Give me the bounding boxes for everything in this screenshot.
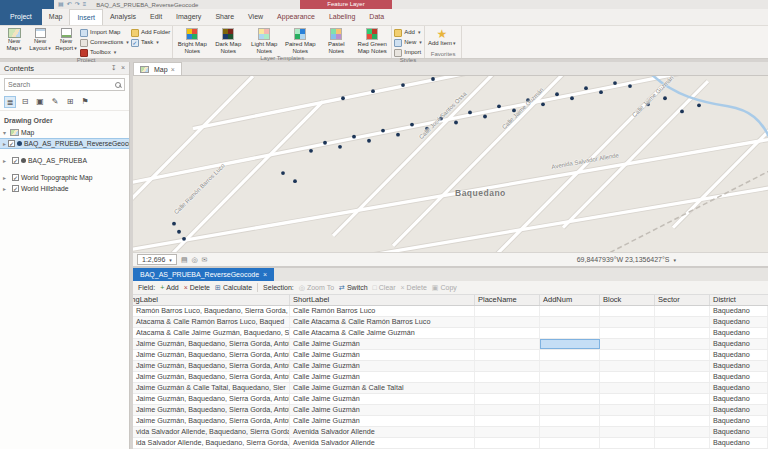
table-cell[interactable] [655, 416, 710, 426]
table-cell[interactable] [655, 438, 710, 448]
tab-appearance[interactable]: Appearance [270, 9, 322, 25]
search-icon[interactable] [115, 82, 121, 88]
table-cell[interactable]: Baquedano [710, 350, 768, 360]
close-icon[interactable]: × [121, 64, 125, 72]
tab-map[interactable]: Map [42, 9, 70, 25]
tab-view[interactable]: View [241, 9, 270, 25]
layer-item-map[interactable]: ▾ Map [0, 127, 129, 138]
table-cell[interactable] [655, 372, 710, 382]
list-by-data-source-icon[interactable]: ⊟ [19, 96, 31, 108]
tab-data[interactable]: Data [362, 9, 391, 25]
notification-icon[interactable]: ✉ [202, 254, 208, 265]
map-view-tab[interactable]: Map × [133, 62, 182, 75]
new-map-button[interactable]: New Map▾ [2, 27, 26, 52]
light-map-notes-button[interactable]: Light Map Notes [247, 27, 281, 55]
pastel-notes-button[interactable]: Pastel Notes [319, 27, 353, 55]
table-cell[interactable] [540, 350, 600, 360]
table-cell[interactable]: Jaime Guzmán, Baquedano, Sierra Gorda, A… [133, 394, 290, 404]
table-row[interactable]: Atacama & Calle Ramón Barros Luco, Baque… [133, 317, 768, 328]
map-canvas[interactable]: Calle José Santos Ossa Calle Jaime Guzmá… [133, 76, 768, 252]
table-row[interactable]: Jaime Guzmán, Baquedano, Sierra Gorda, A… [133, 350, 768, 361]
table-cell[interactable] [475, 306, 540, 316]
table-cell[interactable] [475, 394, 540, 404]
column-header-block[interactable]: Block [600, 295, 655, 305]
table-cell[interactable]: Baquedano [710, 361, 768, 371]
table-row[interactable]: ida Salvador Allende, Baquedano, Sierra … [133, 438, 768, 449]
column-header-shortlabel[interactable]: ShortLabel [290, 295, 475, 305]
table-cell[interactable] [475, 416, 540, 426]
table-cell[interactable] [540, 438, 600, 448]
paired-map-notes-button[interactable]: Paired Map Notes [283, 27, 317, 55]
table-cell[interactable]: Jaime Guzmán, Baquedano, Sierra Gorda, A… [133, 361, 290, 371]
table-cell[interactable] [655, 328, 710, 338]
column-header-placename[interactable]: PlaceName [475, 295, 540, 305]
table-cell[interactable]: Calle Jaime Guzmán [290, 361, 475, 371]
table-cell[interactable] [600, 317, 655, 327]
search-input[interactable] [8, 81, 115, 88]
table-cell[interactable] [475, 427, 540, 437]
table-cell[interactable]: Atacama & Calle Jaime Guzmán, Baquedano,… [133, 328, 290, 338]
table-row[interactable]: Jaime Guzmán, Baquedano, Sierra Gorda, A… [133, 339, 768, 350]
table-cell[interactable] [600, 328, 655, 338]
table-cell[interactable] [475, 383, 540, 393]
table-cell[interactable] [600, 339, 655, 349]
table-cell[interactable] [655, 339, 710, 349]
table-cell[interactable]: Jaime Guzmán, Baquedano, Sierra Gorda, A… [133, 416, 290, 426]
field-calculate-button[interactable]: ⊞Calculate [215, 284, 252, 292]
menu-icon[interactable]: ≡ [83, 0, 87, 9]
bright-map-notes-button[interactable]: Bright Map Notes [175, 27, 209, 55]
table-cell[interactable]: Baquedano [710, 372, 768, 382]
table-cell[interactable]: Calle Ramón Barros Luco [290, 306, 475, 316]
table-cell[interactable]: Calle Jaime Guzmán [290, 350, 475, 360]
tab-labeling[interactable]: Labeling [322, 9, 362, 25]
red-green-map-notes-button[interactable]: Red Green Map Notes [355, 27, 389, 55]
styles-import-button[interactable]: Import [394, 48, 422, 57]
layer-item-reversegeocode[interactable]: ▸ ✓ BAQ_AS_PRUEBA_ReverseGeocode [0, 138, 129, 149]
layer-checkbox[interactable]: ✓ [12, 174, 19, 181]
table-row[interactable]: Ramón Barros Luco, Baquedano, Sierra Gor… [133, 306, 768, 317]
tab-insert[interactable]: Insert [69, 9, 103, 25]
table-cell[interactable]: Jaime Guzmán, Baquedano, Sierra Gorda, A… [133, 405, 290, 415]
table-cell[interactable] [600, 394, 655, 404]
table-cell[interactable] [540, 394, 600, 404]
list-by-drawing-order-icon[interactable]: ≣ [4, 96, 16, 108]
layer-item-world-topographic[interactable]: ▸ ✓ World Topographic Map [0, 172, 129, 183]
table-cell[interactable] [540, 427, 600, 437]
table-cell[interactable]: Calle Jaime Guzmán [290, 405, 475, 415]
basemap-icon[interactable]: ▤ [181, 254, 188, 265]
table-row[interactable]: vida Salvador Allende, Baquedano, Sierra… [133, 427, 768, 438]
list-by-labeling-icon[interactable]: ⚑ [79, 96, 91, 108]
field-add-button[interactable]: +Add [160, 284, 179, 291]
table-cell[interactable]: Baquedano [710, 405, 768, 415]
table-cell[interactable]: Baquedano [710, 317, 768, 327]
table-cell[interactable] [600, 416, 655, 426]
table-cell[interactable]: Calle Jaime Guzmán [290, 416, 475, 426]
table-cell[interactable]: Baquedano [710, 394, 768, 404]
table-cell[interactable] [655, 317, 710, 327]
table-cell[interactable]: Baquedano [710, 383, 768, 393]
expand-icon[interactable]: ▸ [3, 157, 10, 164]
undo-icon[interactable]: ↶ [67, 0, 72, 9]
table-cell[interactable]: Calle Jaime Guzmán & Calle Taltal [290, 383, 475, 393]
layer-checkbox[interactable]: ✓ [12, 185, 19, 192]
column-header-longlabel[interactable]: LongLabel [133, 295, 290, 305]
table-cell[interactable]: vida Salvador Allende, Baquedano, Sierra… [133, 427, 290, 437]
table-cell[interactable]: ida Salvador Allende, Baquedano, Sierra … [133, 438, 290, 448]
table-cell[interactable]: Calle Jaime Guzmán [290, 394, 475, 404]
expand-icon[interactable]: ▸ [3, 140, 6, 147]
tab-imagery[interactable]: Imagery [169, 9, 208, 25]
redo-icon[interactable]: ↷ [75, 0, 80, 9]
table-cell[interactable] [600, 438, 655, 448]
table-cell[interactable] [600, 306, 655, 316]
table-cell[interactable] [475, 328, 540, 338]
table-cell[interactable]: Ramón Barros Luco, Baquedano, Sierra Gor… [133, 306, 290, 316]
table-cell[interactable]: Atacama & Calle Ramón Barros Luco, Baque… [133, 317, 290, 327]
table-cell[interactable]: Calle Jaime Guzmán [290, 372, 475, 382]
expand-icon[interactable]: ▸ [3, 174, 10, 181]
styles-add-button[interactable]: Add▾ [394, 28, 422, 37]
coordinates-display[interactable]: 69,8447939°W 23,1356427°S ▾ [577, 256, 676, 263]
layer-checkbox[interactable]: ✓ [12, 157, 19, 164]
table-cell[interactable] [600, 427, 655, 437]
new-layout-button[interactable]: New Layout▾ [28, 27, 52, 52]
task-button[interactable]: ✓Task▾ [131, 38, 170, 47]
